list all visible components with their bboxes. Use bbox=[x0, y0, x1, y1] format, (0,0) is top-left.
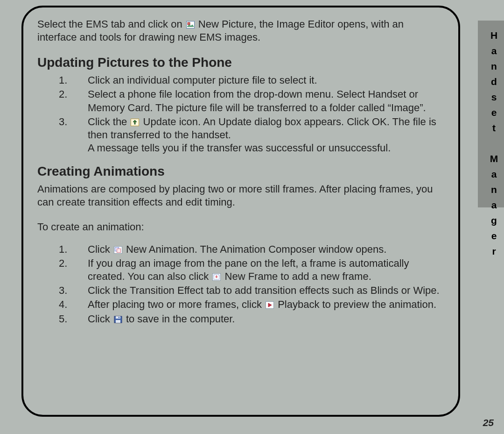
item-number: 3. bbox=[59, 115, 88, 155]
svg-rect-1 bbox=[188, 22, 190, 25]
item-text: Click New Animation. The Animation Compo… bbox=[88, 243, 444, 256]
item-post: Update icon. An Update dialog box appear… bbox=[88, 116, 436, 154]
page-number: 25 bbox=[483, 417, 494, 428]
page-frame: Select the EMS tab and click on New Pict… bbox=[21, 6, 460, 417]
list-item: 5. Click to save in the computer. bbox=[37, 313, 444, 326]
item-text: Click the Update icon. An Update dialog … bbox=[88, 115, 444, 155]
item-pre: Click the bbox=[88, 116, 130, 128]
new-picture-icon bbox=[186, 21, 195, 28]
item-pre: Click bbox=[88, 243, 113, 255]
list-updating: 1. Click an individual computer picture … bbox=[37, 74, 444, 155]
svg-rect-14 bbox=[119, 317, 119, 318]
svg-text:+: + bbox=[215, 274, 218, 279]
item-number: 3. bbox=[59, 284, 88, 297]
list-item: 4. After placing two or more frames, cli… bbox=[37, 298, 444, 311]
update-icon bbox=[131, 119, 139, 126]
list-item: 2. Select a phone file location from the… bbox=[37, 88, 444, 114]
svg-rect-13 bbox=[116, 320, 120, 323]
intro-paragraph: Select the EMS tab and click on New Pict… bbox=[37, 18, 444, 44]
item-number: 4. bbox=[59, 298, 88, 311]
svg-rect-12 bbox=[116, 316, 120, 319]
item-text: After placing two or more frames, click … bbox=[88, 298, 444, 311]
heading-animations: Creating Animations bbox=[37, 164, 444, 179]
item-post: Playback to preview the animation. bbox=[275, 299, 436, 310]
item-number: 1. bbox=[59, 243, 88, 256]
item-number: 2. bbox=[59, 88, 88, 114]
svg-rect-5 bbox=[117, 249, 120, 252]
item-number: 2. bbox=[59, 257, 88, 283]
list-item: 3. Click the Update icon. An Update dial… bbox=[37, 115, 444, 155]
playback-icon bbox=[266, 301, 274, 309]
item-text: If you drag an image from the pane on th… bbox=[88, 257, 444, 283]
item-post: New Frame to add a new frame. bbox=[222, 270, 371, 282]
new-frame-icon: + bbox=[212, 273, 221, 281]
new-animation-icon bbox=[114, 246, 122, 254]
side-tab-label: Handset Manager bbox=[488, 30, 499, 261]
item-text: Click the Transition Effect tab to add t… bbox=[88, 284, 444, 297]
heading-updating: Updating Pictures to the Phone bbox=[37, 55, 444, 70]
item-post: New Animation. The Animation Composer wi… bbox=[123, 243, 387, 255]
item-number: 1. bbox=[59, 74, 88, 87]
list-item: 1. Click New Animation. The Animation Co… bbox=[37, 243, 444, 256]
item-text: Select a phone file location from the dr… bbox=[88, 88, 444, 114]
intro-pre: Select the EMS tab and click on bbox=[37, 18, 185, 30]
list-item: 3. Click the Transition Effect tab to ad… bbox=[37, 284, 444, 297]
item-pre: Click bbox=[88, 313, 113, 325]
item-post: to save in the computer. bbox=[123, 313, 235, 325]
list-item: 2. If you drag an image from the pane on… bbox=[37, 257, 444, 283]
item-number: 5. bbox=[59, 313, 88, 326]
item-text: Click an individual computer picture fil… bbox=[88, 74, 444, 87]
list-animations: 1. Click New Animation. The Animation Co… bbox=[37, 243, 444, 326]
item-text: Click to save in the computer. bbox=[88, 313, 444, 326]
list-item: 1. Click an individual computer picture … bbox=[37, 74, 444, 87]
animations-lead: To create an animation: bbox=[37, 221, 444, 234]
animations-body: Animations are composed by placing two o… bbox=[37, 183, 444, 209]
item-pre: After placing two or more frames, click bbox=[88, 299, 265, 310]
save-icon bbox=[114, 316, 122, 323]
